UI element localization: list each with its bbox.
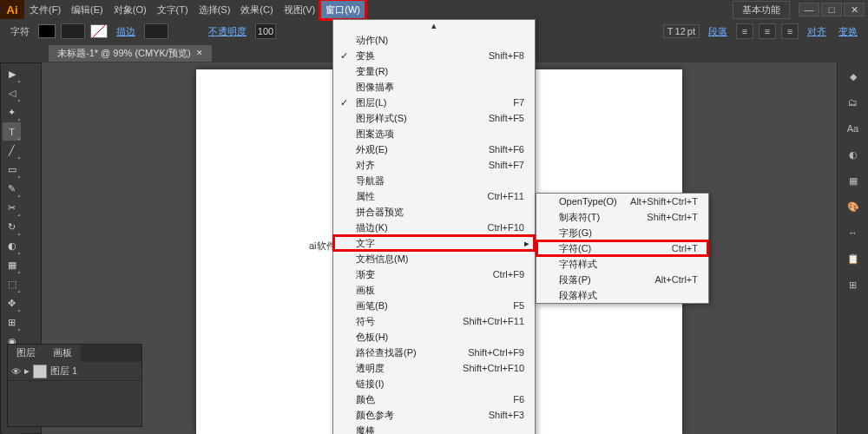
paragraph-link[interactable]: 段落: [705, 25, 731, 38]
submenu-字形(G)[interactable]: 字形(G): [536, 225, 708, 240]
stroke-weight-dropdown[interactable]: [144, 23, 168, 39]
app-logo: Ai: [0, 0, 24, 19]
layers-tab[interactable]: 图层: [8, 345, 44, 362]
font-size-unit: pt: [687, 26, 695, 36]
menu-选择(S)[interactable]: 选择(S): [194, 0, 236, 19]
menu-文字(T)[interactable]: 文字(T): [152, 0, 194, 19]
menuitem-图形样式(S)[interactable]: 图形样式(S)Shift+F5: [333, 110, 535, 126]
workspace-switcher[interactable]: 基本功能: [733, 1, 790, 19]
tool-5[interactable]: ▭: [3, 161, 21, 179]
align-center-button[interactable]: ≡: [759, 23, 776, 39]
menu-窗口(W)[interactable]: 窗口(W): [320, 0, 365, 19]
document-tab[interactable]: 未标题-1* @ 99% (CMYK/预览) ✕: [49, 45, 212, 62]
tool-6[interactable]: ✎: [3, 180, 21, 198]
menuitem-描边(K)[interactable]: 描边(K)Ctrl+F10: [333, 220, 535, 235]
dock-icon-2[interactable]: Aa: [843, 118, 864, 139]
tool-0[interactable]: ▶: [3, 65, 21, 83]
close-tab-icon[interactable]: ✕: [196, 49, 203, 57]
opacity-input[interactable]: [255, 23, 276, 39]
layer-row[interactable]: 👁 ▸ 图层 1: [8, 362, 141, 381]
maximize-button[interactable]: □: [821, 3, 842, 16]
tool-8[interactable]: ↻: [3, 218, 21, 236]
dock-icon-6[interactable]: ↔: [843, 222, 864, 243]
menu-scroll-up[interactable]: ▴: [333, 20, 535, 32]
menu-效果(C)[interactable]: 效果(C): [235, 0, 278, 19]
menu-编辑(E)[interactable]: 编辑(E): [66, 0, 108, 19]
dock-icon-4[interactable]: ▦: [843, 170, 864, 191]
dock-icon-8[interactable]: ⊞: [843, 274, 864, 295]
artboards-tab[interactable]: 画板: [44, 345, 81, 362]
dock-icon-1[interactable]: 🗂: [843, 92, 864, 113]
transform-link[interactable]: 变换: [835, 25, 861, 38]
menuitem-颜色[interactable]: 颜色F6: [333, 391, 535, 407]
minimize-button[interactable]: —: [799, 3, 819, 16]
layers-panel[interactable]: 图层 画板 👁 ▸ 图层 1: [7, 344, 142, 427]
menuitem-魔棒[interactable]: 魔棒: [333, 423, 535, 434]
stroke-swatch[interactable]: [90, 24, 108, 38]
document-tab-title: 未标题-1* @ 99% (CMYK/预览): [57, 47, 191, 60]
close-button[interactable]: ✕: [844, 3, 865, 16]
submenu-字符(C)[interactable]: 字符(C)Ctrl+T: [536, 240, 708, 256]
menu-对象(O)[interactable]: 对象(O): [108, 0, 152, 19]
menuitem-文字[interactable]: 文字▸: [333, 235, 535, 251]
submenu-段落样式[interactable]: 段落样式: [536, 287, 708, 303]
dock-icon-3[interactable]: ◐: [843, 144, 864, 165]
menuitem-文档信息(M)[interactable]: 文档信息(M): [333, 251, 535, 266]
submenu-制表符(T)[interactable]: 制表符(T)Shift+Ctrl+T: [536, 209, 708, 225]
tool-19[interactable]: —: [3, 428, 21, 434]
menuitem-动作(N)[interactable]: 动作(N): [333, 32, 535, 48]
tool-7[interactable]: ✂: [3, 199, 21, 217]
submenu-OpenType(O)[interactable]: OpenType(O)Alt+Shift+Ctrl+T: [536, 194, 708, 209]
menuitem-颜色参考[interactable]: 颜色参考Shift+F3: [333, 407, 535, 423]
tool-11[interactable]: ⬚: [3, 275, 21, 293]
font-size-icon: T: [667, 26, 674, 36]
menuitem-变量(R)[interactable]: 变量(R): [333, 63, 535, 79]
menuitem-导航器[interactable]: 导航器: [333, 173, 535, 188]
menuitem-对齐[interactable]: 对齐Shift+F7: [333, 157, 535, 173]
tool-12[interactable]: ✥: [3, 294, 21, 312]
align-left-button[interactable]: ≡: [736, 23, 753, 39]
window-menu-dropdown: ▴ 动作(N)✓变换Shift+F8变量(R)图像描摹✓图层(L)F7图形样式(…: [332, 19, 536, 434]
menuitem-链接(I)[interactable]: 链接(I): [333, 376, 535, 391]
menuitem-图像描摹[interactable]: 图像描摹: [333, 79, 535, 95]
font-size-control[interactable]: T 12 pt: [663, 24, 700, 38]
tool-10[interactable]: ▦: [3, 256, 21, 274]
menuitem-属性[interactable]: 属性Ctrl+F11: [333, 188, 535, 204]
menu-文件(F)[interactable]: 文件(F): [24, 0, 66, 19]
layer-name[interactable]: 图层 1: [50, 365, 77, 378]
stroke-link[interactable]: 描边: [113, 25, 139, 38]
menuitem-拼合器预览[interactable]: 拼合器预览: [333, 204, 535, 220]
menuitem-图案选项[interactable]: 图案选项: [333, 126, 535, 141]
fill-swatch[interactable]: [38, 24, 56, 38]
submenu-字符样式[interactable]: 字符样式: [536, 256, 708, 272]
dock-icon-7[interactable]: 📋: [843, 248, 864, 269]
submenu-段落(P)[interactable]: 段落(P)Alt+Ctrl+T: [536, 272, 708, 287]
menuitem-路径查找器(P)[interactable]: 路径查找器(P)Shift+Ctrl+F9: [333, 345, 535, 360]
menuitem-透明度[interactable]: 透明度Shift+Ctrl+F10: [333, 360, 535, 376]
font-family-dropdown[interactable]: [61, 23, 85, 39]
tool-3[interactable]: T: [3, 122, 21, 141]
tool-1[interactable]: ◁: [3, 84, 21, 102]
font-size-value[interactable]: 12: [675, 26, 686, 36]
menuitem-外观(E)[interactable]: 外观(E)Shift+F6: [333, 141, 535, 157]
align-link[interactable]: 对齐: [804, 25, 830, 38]
menuitem-图层(L)[interactable]: ✓图层(L)F7: [333, 95, 535, 110]
menuitem-画笔(B)[interactable]: 画笔(B)F5: [333, 298, 535, 313]
menu-视图(V)[interactable]: 视图(V): [279, 0, 321, 19]
align-right-button[interactable]: ≡: [781, 23, 799, 39]
tool-13[interactable]: ⊞: [3, 313, 21, 332]
right-panel-dock: ◆🗂Aa◐▦🎨↔📋⊞: [837, 62, 868, 434]
dock-icon-0[interactable]: ◆: [843, 66, 864, 87]
tool-9[interactable]: ◐: [3, 237, 21, 255]
expand-icon[interactable]: ▸: [24, 365, 30, 377]
menuitem-渐变[interactable]: 渐变Ctrl+F9: [333, 266, 535, 282]
tool-2[interactable]: ✦: [3, 103, 21, 122]
menuitem-符号[interactable]: 符号Shift+Ctrl+F11: [333, 313, 535, 329]
tool-4[interactable]: ╱: [3, 141, 21, 160]
opacity-link[interactable]: 不透明度: [205, 25, 250, 38]
menuitem-色板(H)[interactable]: 色板(H): [333, 329, 535, 345]
visibility-icon[interactable]: 👁: [11, 366, 21, 377]
menuitem-画板[interactable]: 画板: [333, 282, 535, 298]
menuitem-变换[interactable]: ✓变换Shift+F8: [333, 48, 535, 63]
dock-icon-5[interactable]: 🎨: [843, 196, 864, 217]
